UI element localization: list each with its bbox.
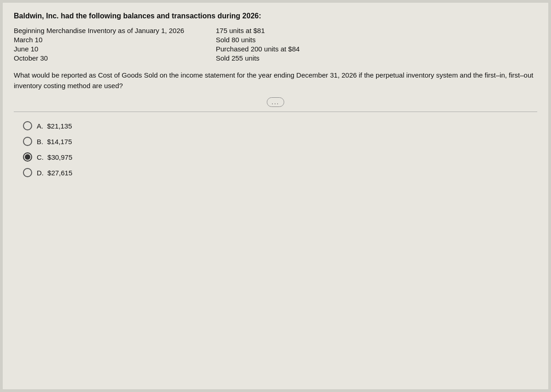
table-row: Beginning Merchandise Inventory as of Ja… <box>14 27 537 34</box>
transaction-label-0: Beginning Merchandise Inventory as of Ja… <box>14 27 216 34</box>
option-B-label: B. $14,175 <box>37 138 72 146</box>
divider <box>14 112 537 112</box>
transaction-value-1: Sold 80 units <box>216 36 256 44</box>
more-button-container: ... <box>14 97 537 107</box>
transaction-value-3: Sold 255 units <box>216 54 259 62</box>
main-container: Baldwin, Inc. had the following balances… <box>3 3 548 389</box>
option-D[interactable]: D. $27,615 <box>23 168 537 177</box>
option-C-label: C. $30,975 <box>37 153 73 161</box>
option-A[interactable]: A. $21,135 <box>23 121 537 130</box>
transaction-value-2: Purchased 200 units at $84 <box>216 45 300 53</box>
more-button[interactable]: ... <box>267 97 285 107</box>
options-container: A. $21,135 B. $14,175 C. $30,975 D. $27,… <box>14 121 537 177</box>
radio-C-inner <box>25 154 30 160</box>
transactions-table: Beginning Merchandise Inventory as of Ja… <box>14 27 537 62</box>
transaction-label-1: March 10 <box>14 36 216 44</box>
radio-C[interactable] <box>23 152 32 162</box>
question-text: What would be reported as Cost of Goods … <box>14 70 537 91</box>
option-A-label: A. $21,135 <box>37 122 72 130</box>
radio-D[interactable] <box>23 168 32 177</box>
table-row: June 10 Purchased 200 units at $84 <box>14 45 537 53</box>
transaction-label-3: October 30 <box>14 54 216 62</box>
transaction-value-0: 175 units at $81 <box>216 27 265 34</box>
page-title: Baldwin, Inc. had the following balances… <box>14 12 537 20</box>
radio-A[interactable] <box>23 121 32 130</box>
option-D-label: D. $27,615 <box>37 169 73 177</box>
option-C[interactable]: C. $30,975 <box>23 152 537 162</box>
radio-B[interactable] <box>23 137 32 146</box>
table-row: March 10 Sold 80 units <box>14 36 537 44</box>
table-row: October 30 Sold 255 units <box>14 54 537 62</box>
option-B[interactable]: B. $14,175 <box>23 137 537 146</box>
transaction-label-2: June 10 <box>14 45 216 53</box>
